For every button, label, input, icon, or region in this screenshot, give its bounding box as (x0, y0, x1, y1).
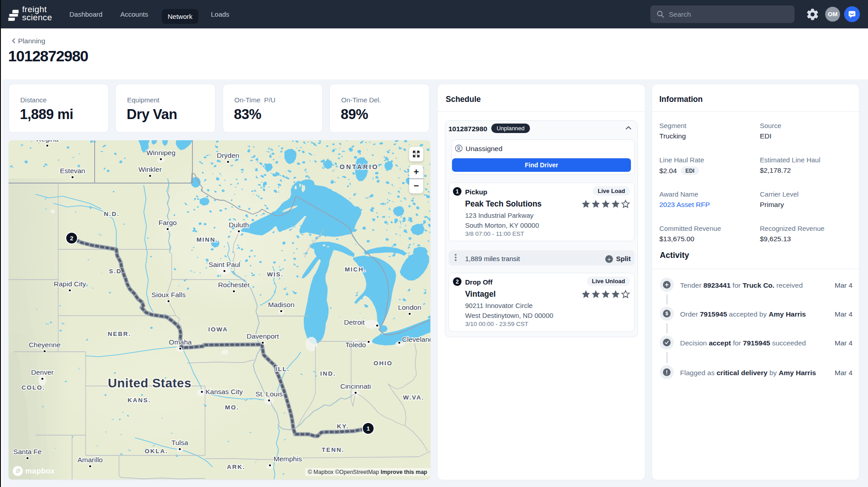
svg-text:Davenport: Davenport (247, 332, 279, 340)
svg-text:Dryden: Dryden (217, 152, 239, 159)
svg-text:Winnipeg: Winnipeg (146, 149, 176, 156)
svg-text:Duluth: Duluth (229, 221, 249, 229)
svg-text:TENN.: TENN. (322, 446, 345, 453)
svg-text:Memphis: Memphis (274, 455, 302, 463)
svg-text:MINN.: MINN. (196, 236, 218, 243)
svg-text:Tulsa: Tulsa (171, 439, 188, 446)
svg-text:London: London (398, 303, 421, 311)
svg-text:OKLA.: OKLA. (145, 448, 168, 455)
svg-text:IOWA: IOWA (208, 326, 228, 333)
svg-text:Denver: Denver (31, 368, 54, 376)
svg-text:$: $ (665, 311, 668, 316)
svg-text:Cheyenne: Cheyenne (29, 341, 61, 349)
svg-text:Sioux Falls: Sioux Falls (151, 291, 186, 299)
svg-text:MO.: MO. (225, 404, 239, 411)
svg-text:ONTARIO: ONTARIO (340, 163, 379, 170)
svg-text:Kansas City: Kansas City (206, 388, 243, 395)
svg-text:Estevan: Estevan (60, 167, 85, 175)
svg-text:Amarillo: Amarillo (78, 456, 103, 464)
svg-text:Toledo: Toledo (345, 341, 366, 349)
svg-text:1: 1 (366, 425, 370, 432)
svg-text:Winkler: Winkler (138, 165, 162, 173)
svg-text:Cleveland: Cleveland (402, 335, 430, 343)
svg-text:Fargo: Fargo (159, 219, 177, 226)
svg-text:Rapid City: Rapid City (54, 280, 86, 288)
svg-text:WIS.: WIS. (267, 271, 283, 278)
svg-text:NEBR.: NEBR. (108, 331, 131, 337)
svg-text:Saint Paul: Saint Paul (209, 261, 241, 268)
svg-text:United States: United States (108, 376, 191, 390)
svg-text:2: 2 (70, 235, 73, 242)
svg-text:KANS.: KANS. (128, 397, 151, 404)
svg-text:Madison: Madison (268, 301, 295, 308)
svg-text:W.VA.: W.VA. (403, 394, 424, 401)
svg-text:OHIO: OHIO (374, 360, 393, 367)
svg-text:St. Louis: St. Louis (256, 390, 283, 398)
svg-text:Detroit: Detroit (344, 318, 365, 326)
svg-text:N.D.: N.D. (104, 211, 120, 217)
svg-text:MICH.: MICH. (345, 266, 366, 273)
svg-text:COLO.: COLO. (22, 384, 46, 391)
svg-text:ARK.: ARK. (227, 464, 246, 470)
svg-text:S.D: S.D (109, 268, 122, 275)
svg-text:KY.: KY. (337, 423, 349, 430)
svg-text:Rochester: Rochester (218, 281, 250, 289)
svg-text:Santa Fe: Santa Fe (14, 448, 42, 455)
svg-text:ILL.: ILL. (275, 366, 290, 372)
svg-text:Omaha: Omaha (169, 338, 192, 346)
svg-text:IND.: IND. (320, 370, 336, 377)
svg-text:Cincinnati: Cincinnati (340, 382, 371, 390)
svg-text:Regina: Regina (36, 140, 58, 143)
